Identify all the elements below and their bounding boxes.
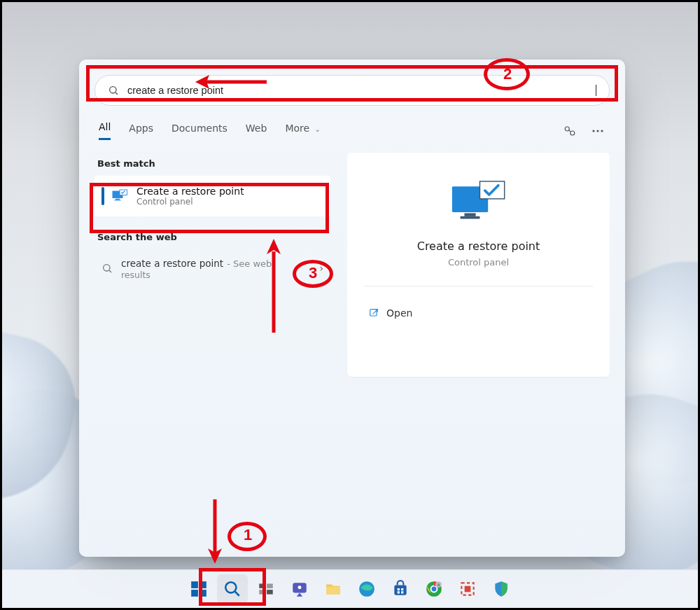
web-result[interactable]: create a restore point - See web results… xyxy=(94,249,330,287)
file-explorer-icon xyxy=(324,580,342,598)
svg-line-24 xyxy=(235,592,239,596)
svg-rect-37 xyxy=(401,591,403,593)
web-result-term: create a restore point xyxy=(121,258,223,269)
svg-rect-28 xyxy=(267,590,273,595)
detail-subtitle: Control panel xyxy=(367,257,590,268)
search-icon xyxy=(102,263,113,274)
svg-line-13 xyxy=(109,270,111,272)
detail-card: Create a restore point Control panel Ope… xyxy=(347,153,610,377)
search-input[interactable]: create a restore point xyxy=(127,85,596,96)
open-icon xyxy=(368,307,379,319)
web-result-hint2: results xyxy=(121,270,272,280)
svg-rect-26 xyxy=(267,583,273,588)
search-icon xyxy=(223,580,241,598)
svg-point-30 xyxy=(298,585,302,589)
search-button[interactable] xyxy=(217,574,248,604)
annotation-number-3: 3 xyxy=(309,265,317,281)
search-flyout: create a restore point All Apps Document… xyxy=(79,60,625,557)
svg-point-0 xyxy=(110,87,116,93)
svg-point-6 xyxy=(596,130,598,132)
svg-rect-31 xyxy=(326,587,340,595)
svg-rect-44 xyxy=(465,586,471,592)
search-web-heading: Search the web xyxy=(97,232,330,242)
svg-rect-16 xyxy=(460,216,479,219)
svg-rect-21 xyxy=(191,590,198,597)
tab-all[interactable]: All xyxy=(99,121,111,140)
chat-icon xyxy=(290,580,309,598)
best-match-subtitle: Control panel xyxy=(136,197,244,207)
annotation-number-2: 2 xyxy=(503,67,512,82)
chevron-right-icon: › xyxy=(319,263,323,274)
start-button[interactable] xyxy=(183,574,214,604)
svg-rect-33 xyxy=(394,585,406,595)
svg-line-1 xyxy=(115,92,118,95)
control-panel-icon xyxy=(111,188,128,205)
text-cursor xyxy=(596,85,596,96)
tab-more[interactable]: More ⌄ xyxy=(285,123,321,139)
detail-title: Create a restore point xyxy=(367,240,590,253)
svg-rect-22 xyxy=(200,590,206,597)
open-action[interactable]: Open xyxy=(367,305,590,321)
annotation-number-1: 1 xyxy=(244,527,252,543)
svg-rect-18 xyxy=(370,310,377,316)
task-view-button[interactable] xyxy=(251,574,281,604)
svg-point-2 xyxy=(565,127,569,131)
tab-apps[interactable]: Apps xyxy=(129,123,153,139)
svg-rect-34 xyxy=(398,588,400,590)
svg-point-12 xyxy=(104,265,110,271)
tab-more-label: More xyxy=(285,123,309,134)
taskbar: A xyxy=(2,569,698,608)
file-explorer-button[interactable] xyxy=(318,574,349,604)
more-options-icon[interactable] xyxy=(590,123,606,139)
store-button[interactable] xyxy=(385,574,416,604)
edge-button[interactable] xyxy=(351,574,382,604)
svg-rect-10 xyxy=(115,200,121,200)
chrome-button[interactable]: A xyxy=(419,574,449,604)
best-match-heading: Best match xyxy=(97,158,330,169)
svg-rect-35 xyxy=(401,588,403,590)
svg-line-4 xyxy=(569,130,571,132)
defender-icon xyxy=(492,580,510,598)
defender-button[interactable] xyxy=(486,574,517,604)
svg-point-3 xyxy=(570,131,575,135)
search-input-container[interactable]: create a restore point xyxy=(94,75,610,106)
svg-rect-25 xyxy=(259,583,265,588)
svg-point-7 xyxy=(601,130,603,132)
control-panel-large-icon xyxy=(448,178,510,227)
divider xyxy=(364,286,593,286)
open-label: Open xyxy=(386,307,412,319)
svg-rect-9 xyxy=(115,199,120,200)
store-icon xyxy=(391,580,410,598)
task-view-icon xyxy=(257,580,275,598)
svg-rect-19 xyxy=(191,581,198,588)
rewards-icon[interactable] xyxy=(562,123,578,139)
chat-button[interactable] xyxy=(284,574,315,604)
svg-text:A: A xyxy=(438,583,440,587)
snip-button[interactable] xyxy=(452,574,483,604)
best-match-result[interactable]: Create a restore point Control panel xyxy=(94,176,330,216)
tab-documents[interactable]: Documents xyxy=(172,123,227,139)
chrome-icon: A xyxy=(425,580,443,598)
search-icon xyxy=(108,85,119,96)
svg-rect-27 xyxy=(259,590,265,595)
svg-rect-36 xyxy=(398,591,400,593)
snip-icon xyxy=(458,580,477,598)
svg-rect-15 xyxy=(464,213,475,216)
svg-rect-20 xyxy=(200,581,206,588)
search-tabs: All Apps Documents Web More ⌄ xyxy=(94,121,610,140)
selection-accent xyxy=(102,187,104,205)
chevron-down-icon: ⌄ xyxy=(315,125,321,133)
svg-point-40 xyxy=(432,587,437,592)
tab-web[interactable]: Web xyxy=(246,123,267,139)
edge-icon xyxy=(358,580,376,598)
start-icon xyxy=(190,580,208,598)
svg-point-23 xyxy=(225,582,236,592)
web-result-hint: See web xyxy=(233,258,272,269)
svg-point-5 xyxy=(592,130,594,132)
best-match-title: Create a restore point xyxy=(136,186,244,197)
